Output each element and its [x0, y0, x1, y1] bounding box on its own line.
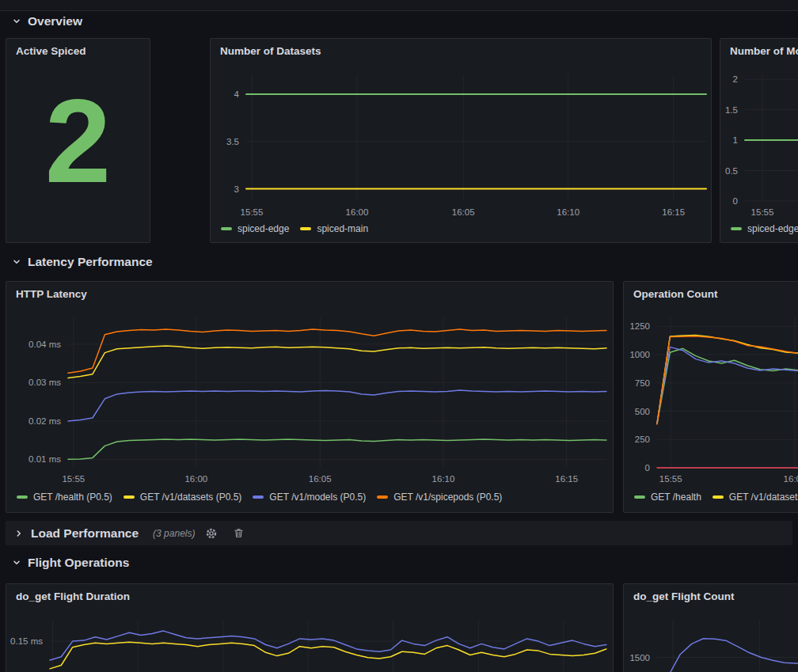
- x-tick-label: 16:15: [662, 207, 685, 217]
- legend-label: GET /health (P0.5): [33, 492, 112, 503]
- y-tick-label: 1000: [629, 350, 650, 359]
- chart-canvas[interactable]: 00.511.5215:5516:0016:0516:1016:15: [720, 39, 798, 224]
- legend-item[interactable]: spiced-edge: [731, 223, 798, 234]
- chart-svg: 0.15 ms: [6, 584, 614, 672]
- series-line: [68, 329, 606, 373]
- chart-svg: 33.5415:5516:0016:0516:1016:15: [211, 39, 712, 221]
- panel-do-get-flight-count: do_get Flight Count 1500: [623, 583, 798, 672]
- section-title: Latency Performance: [28, 255, 153, 269]
- x-tick-label: 16:00: [184, 474, 207, 484]
- chart-canvas[interactable]: 0.01 ms0.02 ms0.03 ms0.04 ms15:5516:0016…: [6, 282, 614, 492]
- trash-icon[interactable]: [228, 525, 249, 542]
- section-header-load-performance[interactable]: Load Performance (3 panels): [6, 521, 792, 545]
- section-header-latency-performance[interactable]: Latency Performance: [11, 250, 153, 274]
- y-tick-label: 250: [635, 435, 650, 444]
- legend-label: GET /v1/datasets: [729, 492, 798, 503]
- legend-swatch: [17, 495, 28, 499]
- section-title: Load Performance: [31, 526, 139, 541]
- chart-svg: 00.511.5215:5516:0016:0516:1016:15: [720, 39, 798, 221]
- panel-active-spiced: Active Spiced 2: [6, 38, 150, 243]
- chart-legend: spiced-edge: [731, 221, 798, 237]
- x-tick-label: 16:10: [557, 207, 580, 217]
- section-title: Overview: [28, 14, 82, 28]
- y-tick-label: 3: [234, 184, 239, 194]
- legend-label: GET /v1/datasets (P0.5): [140, 492, 242, 503]
- chart-canvas[interactable]: 1500: [624, 584, 798, 672]
- chart-legend: GET /healthGET /v1/datasetsGET /v1/model…: [634, 489, 798, 505]
- y-tick-label: 0.5: [725, 166, 738, 176]
- legend-item[interactable]: GET /health (P0.5): [17, 492, 112, 503]
- x-tick-label: 15:55: [751, 207, 774, 217]
- series-line: [50, 642, 606, 669]
- x-tick-label: 16:10: [432, 474, 455, 484]
- y-tick-label: 0: [733, 196, 738, 206]
- legend-item[interactable]: GET /health: [634, 492, 701, 503]
- legend-label: GET /v1/models (P0.5): [269, 492, 366, 503]
- section-header-overview[interactable]: Overview: [11, 9, 82, 33]
- x-tick-label: 16:05: [452, 207, 475, 217]
- y-tick-label: 0.04 ms: [28, 340, 61, 349]
- chart-svg: 0.01 ms0.02 ms0.03 ms0.04 ms15:5516:0016…: [6, 282, 614, 489]
- legend-label: GET /v1/spicepods (P0.5): [393, 492, 502, 503]
- panel-http-latency: HTTP Latency 0.01 ms0.02 ms0.03 ms0.04 m…: [6, 281, 614, 513]
- legend-swatch: [253, 495, 264, 499]
- panel-do-get-flight-duration: do_get Flight Duration 0.15 ms: [6, 583, 614, 672]
- y-tick-label: 500: [635, 407, 650, 416]
- y-tick-label: 1500: [629, 653, 650, 663]
- legend-swatch: [221, 227, 232, 230]
- panel-count-label: (3 panels): [153, 528, 195, 539]
- stat-value: 2: [6, 39, 150, 242]
- legend-label: GET /health: [651, 492, 701, 503]
- x-tick-label: 15:55: [659, 474, 682, 484]
- chart-canvas[interactable]: 0.15 ms: [6, 584, 614, 672]
- y-tick-label: 1.5: [725, 105, 738, 115]
- section-header-flight-operations[interactable]: Flight Operations: [11, 551, 129, 575]
- legend-item[interactable]: spiced-main: [300, 223, 368, 234]
- grafana-dashboard: Overview Active Spiced 2 Number of Datas…: [0, 0, 798, 672]
- chevron-right-icon: [13, 528, 25, 539]
- y-tick-label: 0.15 ms: [10, 636, 43, 646]
- legend-item[interactable]: GET /v1/datasets (P0.5): [124, 492, 242, 503]
- series-line: [657, 348, 798, 423]
- legend-swatch: [731, 227, 742, 230]
- y-tick-label: 1250: [629, 321, 650, 331]
- series-line: [657, 639, 798, 672]
- y-tick-label: 0.03 ms: [28, 378, 61, 387]
- gear-icon[interactable]: [201, 525, 222, 542]
- panel-number-of-datasets: Number of Datasets 33.5415:5516:0016:051…: [210, 38, 712, 243]
- legend-item[interactable]: GET /v1/models (P0.5): [253, 492, 366, 503]
- series-line: [68, 346, 606, 378]
- top-bar: [0, 0, 798, 11]
- panel-number-of-models: Number of Models 00.511.5215:5516:0016:0…: [720, 38, 798, 243]
- legend-item[interactable]: GET /v1/datasets: [712, 492, 798, 503]
- x-tick-label: 16:00: [784, 474, 798, 484]
- x-tick-label: 15:55: [62, 474, 85, 484]
- legend-swatch: [124, 495, 135, 499]
- legend-label: spiced-main: [317, 223, 368, 234]
- x-tick-label: 16:00: [346, 207, 369, 217]
- legend-item[interactable]: GET /v1/spicepods (P0.5): [377, 492, 502, 503]
- series-line: [50, 631, 606, 660]
- y-tick-label: 0.01 ms: [28, 454, 61, 464]
- chevron-down-icon: [11, 16, 22, 27]
- panel-operation-count: Operation Count 02505007501000125015:551…: [623, 281, 798, 513]
- chart-legend: spiced-edgespiced-main: [221, 221, 708, 237]
- y-tick-label: 1: [733, 135, 738, 145]
- chart-svg: 1500: [624, 584, 798, 672]
- chart-canvas[interactable]: 33.5415:5516:0016:0516:1016:15: [211, 39, 712, 224]
- y-tick-label: 4: [234, 89, 240, 99]
- legend-label: spiced-edge: [747, 223, 798, 234]
- y-tick-label: 3.5: [226, 137, 239, 146]
- y-tick-label: 2: [733, 74, 738, 84]
- y-tick-label: 750: [635, 378, 650, 388]
- x-tick-label: 16:05: [309, 474, 332, 484]
- y-tick-label: 0.02 ms: [28, 416, 61, 426]
- chart-canvas[interactable]: 02505007501000125015:5516:0016:0516:1016…: [624, 282, 798, 492]
- legend-item[interactable]: spiced-edge: [221, 223, 289, 234]
- series-line: [657, 335, 798, 423]
- x-tick-label: 16:15: [555, 474, 578, 484]
- legend-swatch: [300, 227, 311, 230]
- x-tick-label: 15:55: [241, 207, 264, 217]
- legend-swatch: [634, 495, 645, 499]
- legend-swatch: [377, 495, 388, 499]
